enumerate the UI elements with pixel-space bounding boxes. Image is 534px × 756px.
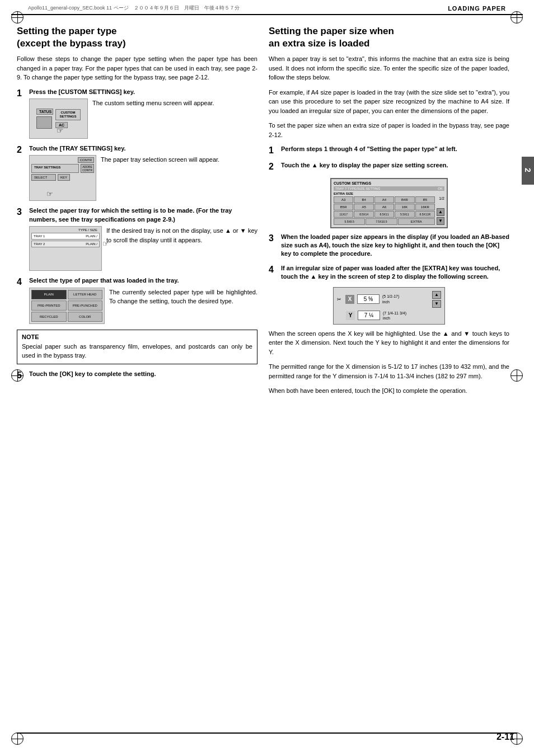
step-3-content: Select the paper tray for which the sett… (29, 206, 257, 271)
right-step-3-content: When the loaded paper size appears in th… (281, 233, 509, 259)
note-title: NOTE (22, 334, 252, 340)
step-2-label: Touch the [TRAY SETTINGS] key. (29, 144, 257, 153)
step-4-image: PLAIN LETTER HEAD PRE-PRINTED PRE-PUNCHE… (29, 288, 105, 324)
page-header: Apollo11_general-copy_SEC.book 11 ページ ２０… (11, 0, 523, 15)
step-4-label: Select the type of paper that was loaded… (29, 276, 257, 285)
step-4-text: The currently selected paper type will b… (109, 288, 257, 306)
right-step-1-label: Perform steps 1 through 4 of "Setting th… (281, 145, 509, 153)
step-3-label: Select the paper tray for which the sett… (29, 206, 257, 224)
step-2-body: CONTR TRAY SETTINGS ADDRECONTR SELECT KE… (29, 155, 257, 201)
crosshair-mid-right (510, 369, 523, 382)
right-step4-text1: When the screen opens the X key will be … (269, 329, 509, 357)
right-step-1-content: Perform steps 1 through 4 of "Setting th… (281, 145, 509, 153)
crosshair-top-left (11, 11, 24, 24)
bottom-rule (17, 732, 517, 734)
right-step-3-label: When the loaded paper size appears in th… (281, 233, 509, 259)
right-step4-text2: The permitted range for the X dimension … (269, 362, 509, 381)
section-title: LOADING PAPER (448, 5, 506, 12)
right-step-3: 3 When the loaded paper size appears in … (269, 233, 509, 259)
chapter-tab: 2 (522, 157, 534, 185)
step-1-num: 1 (17, 88, 26, 98)
right-intro-3: To set the paper size when an extra size… (269, 121, 509, 139)
step-4: 4 Select the type of paper that was load… (17, 276, 257, 323)
note-text: Special paper such as transparency film,… (22, 342, 252, 360)
right-section-title: Setting the paper size when an extra siz… (269, 25, 509, 50)
right-step-4-content: If an irregular size of paper was loaded… (281, 264, 509, 281)
step-2-text: The paper tray selection screen will app… (101, 155, 257, 165)
crosshair-top-right (510, 11, 523, 24)
right-step-1-num: 1 (269, 145, 278, 156)
step-2: 2 Touch the [TRAY SETTINGS] key. CONTR T… (17, 144, 257, 201)
step-1-image: TATUS CUSTOMSETTINGS AC ☞ (29, 98, 88, 139)
right-column: Setting the paper size when an extra siz… (269, 25, 509, 401)
step-5: 5 Touch the [OK] key to complete the set… (17, 370, 257, 381)
step-5-content: Touch the [OK] key to complete the setti… (29, 370, 257, 378)
step-3-image: TYPE / SIZE TRAY 1 PLAIN / TRAY 2 PLAIN … (29, 226, 102, 271)
file-info: Apollo11_general-copy_SEC.book 11 ページ ２０… (28, 4, 240, 12)
step-1-body: TATUS CUSTOMSETTINGS AC ☞ The custom set… (29, 98, 257, 139)
step-4-num: 4 (17, 276, 26, 287)
right-step-1: 1 Perform steps 1 through 4 of "Setting … (269, 145, 509, 156)
step-3-body: TYPE / SIZE TRAY 1 PLAIN / TRAY 2 PLAIN … (29, 226, 257, 271)
step-3-text: If the desired tray is not on the displa… (106, 226, 257, 245)
right-step-4-label: If an irregular size of paper was loaded… (281, 264, 509, 281)
right-step-2-num: 2 (269, 161, 278, 172)
left-section-title: Setting the paper type (except the bypas… (17, 25, 257, 50)
step-3: 3 Select the paper tray for which the se… (17, 206, 257, 271)
note-box: NOTE Special paper such as transparency … (17, 330, 257, 364)
step-2-image: CONTR TRAY SETTINGS ADDRECONTR SELECT KE… (29, 155, 96, 201)
right-intro-1: When a paper tray is set to "extra", thi… (269, 54, 509, 82)
xy-screen-wrapper: ✂ X 5 ⅝ (5 1/2-17)inch ▲ ▼ Y 7 ¼ (7 1/4-… (269, 287, 509, 325)
right-step4-text3: When both have been entered, touch the [… (269, 386, 509, 396)
right-step-4-num: 4 (269, 264, 278, 275)
crosshair-bottom-left (11, 732, 24, 745)
main-content: Setting the paper type (except the bypas… (0, 20, 534, 412)
size-screen-wrapper: CUSTOM SETTINGS TRAY ? TYPE/SIZE SETTING… (269, 178, 509, 228)
step-1-content: Press the [CUSTOM SETTINGS] key. TATUS C… (29, 88, 257, 139)
step-2-content: Touch the [TRAY SETTINGS] key. CONTR TRA… (29, 144, 257, 201)
right-step-2: 2 Touch the ▲ key to display the paper s… (269, 161, 509, 172)
step-2-num: 2 (17, 144, 26, 155)
step-1-label: Press the [CUSTOM SETTINGS] key. (29, 88, 257, 96)
right-intro-2: For example, if A4 size paper is loaded … (269, 88, 509, 116)
right-step-4: 4 If an irregular size of paper was load… (269, 264, 509, 281)
step-1-text: The custom setting menu screen will appe… (92, 98, 257, 108)
step-3-num: 3 (17, 206, 26, 217)
step-4-body: PLAIN LETTER HEAD PRE-PRINTED PRE-PUNCHE… (29, 288, 257, 324)
right-step-2-content: Touch the ▲ key to display the paper siz… (281, 161, 509, 170)
crosshair-mid-left (11, 369, 24, 382)
step-1: 1 Press the [CUSTOM SETTINGS] key. TATUS… (17, 88, 257, 139)
left-intro: Follow these steps to change the paper t… (17, 54, 257, 82)
right-step-3-num: 3 (269, 233, 278, 243)
right-step-2-label: Touch the ▲ key to display the paper siz… (281, 161, 509, 170)
left-column: Setting the paper type (except the bypas… (17, 25, 257, 401)
step-4-content: Select the type of paper that was loaded… (29, 276, 257, 323)
step-5-label: Touch the [OK] key to complete the setti… (29, 370, 257, 378)
